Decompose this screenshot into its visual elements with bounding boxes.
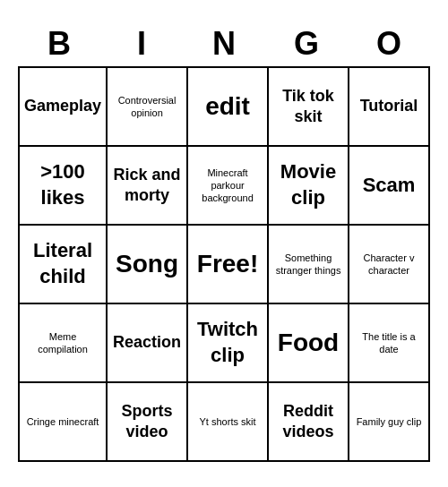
bingo-cell: Gameplay: [20, 68, 108, 147]
cell-label: Free!: [197, 248, 258, 280]
cell-label: Tutorial: [360, 96, 418, 116]
bingo-cell: Meme compilation: [20, 304, 108, 383]
cell-label: Cringe minecraft: [27, 415, 99, 428]
bingo-letter: O: [349, 25, 428, 63]
bingo-cell: Free!: [188, 226, 269, 304]
bingo-cell: Reaction: [108, 304, 188, 383]
bingo-cell: Sports video: [108, 383, 188, 462]
bingo-cell: The title is a date: [349, 304, 430, 383]
bingo-cell: Something stranger things: [269, 226, 349, 304]
bingo-cell: >100 likes: [20, 147, 108, 226]
bingo-cell: Yt shorts skit: [188, 383, 269, 462]
cell-label: Reddit videos: [273, 401, 343, 443]
cell-label: Sports video: [112, 401, 182, 443]
bingo-cell: Rick and morty: [108, 147, 188, 226]
cell-label: Scam: [363, 173, 416, 199]
cell-label: Gameplay: [24, 96, 101, 116]
bingo-cell: Cringe minecraft: [20, 383, 108, 462]
cell-label: Tik tok skit: [273, 86, 343, 128]
bingo-cell: Family guy clip: [349, 383, 430, 462]
bingo-cell: Character v character: [349, 226, 430, 304]
bingo-letter: N: [185, 25, 263, 63]
bingo-cell: Movie clip: [269, 147, 349, 226]
cell-label: The title is a date: [354, 330, 424, 356]
cell-label: Song: [116, 248, 178, 280]
cell-label: Twitch clip: [193, 317, 263, 368]
bingo-letter: B: [20, 25, 99, 63]
bingo-card: BINGO GameplayControversial opinioneditT…: [9, 16, 439, 471]
cell-label: Literal child: [24, 238, 101, 289]
bingo-cell: Song: [108, 226, 188, 304]
bingo-letter: I: [102, 25, 181, 63]
bingo-cell: Minecraft parkour background: [188, 147, 269, 226]
bingo-cell: Reddit videos: [269, 383, 349, 462]
bingo-grid: GameplayControversial opinioneditTik tok…: [18, 66, 430, 462]
bingo-title: BINGO: [18, 25, 430, 63]
bingo-cell: Scam: [349, 147, 430, 226]
bingo-cell: Twitch clip: [188, 304, 269, 383]
cell-label: edit: [205, 90, 250, 123]
cell-label: Food: [278, 327, 339, 359]
cell-label: Reaction: [113, 332, 181, 353]
bingo-cell: Tutorial: [349, 68, 430, 147]
bingo-letter: G: [267, 25, 346, 63]
bingo-cell: Food: [269, 304, 349, 383]
cell-label: Character v character: [354, 252, 424, 278]
cell-label: Yt shorts skit: [200, 415, 256, 428]
bingo-cell: Literal child: [20, 226, 108, 304]
cell-label: Minecraft parkour background: [193, 167, 263, 205]
bingo-cell: Controversial opinion: [108, 68, 188, 147]
cell-label: Meme compilation: [24, 330, 101, 356]
cell-label: Something stranger things: [273, 252, 343, 278]
cell-label: >100 likes: [24, 159, 101, 210]
cell-label: Family guy clip: [357, 415, 422, 428]
bingo-cell: Tik tok skit: [269, 68, 349, 147]
bingo-cell: edit: [188, 68, 269, 147]
cell-label: Movie clip: [273, 159, 343, 210]
cell-label: Rick and morty: [112, 165, 182, 207]
cell-label: Controversial opinion: [112, 94, 182, 120]
